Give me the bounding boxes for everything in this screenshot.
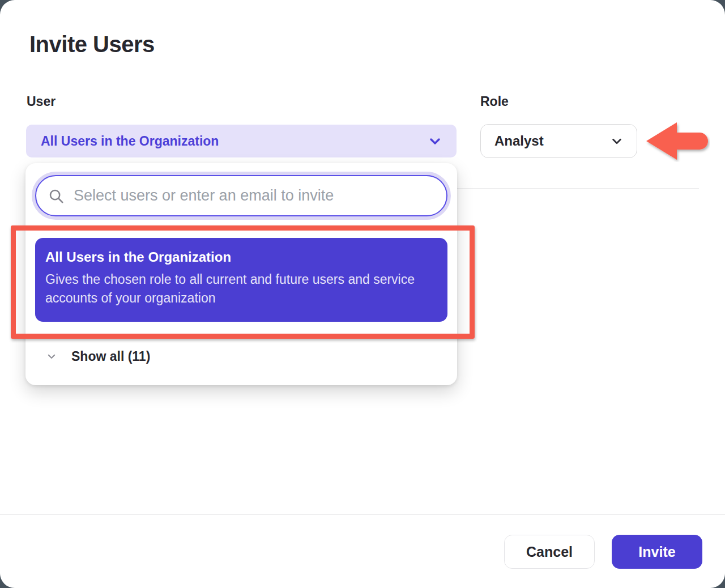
user-field-label: User [27,94,56,109]
footer-divider [0,514,725,515]
page-title: Invite Users [29,32,155,57]
user-select[interactable]: All Users in the Organization [26,125,457,157]
user-search-box [35,175,447,216]
user-dropdown-panel: All Users in the Organization Gives the … [25,163,457,385]
chevron-down-icon [611,135,623,147]
invite-button[interactable]: Invite [612,535,702,569]
chevron-down-icon [428,134,442,148]
search-icon [48,188,65,204]
role-field-label: Role [480,94,509,109]
chevron-down-icon [46,351,57,361]
form-divider [457,188,699,189]
user-search-input[interactable] [74,187,435,204]
cancel-button[interactable]: Cancel [504,535,595,569]
option-description: Gives the chosen role to all current and… [45,270,436,308]
role-select-value: Analyst [494,133,544,149]
option-all-users[interactable]: All Users in the Organization Gives the … [35,238,447,322]
option-title: All Users in the Organization [45,249,437,265]
invite-users-modal: Invite Users User Role All Users in the … [0,0,725,588]
show-all-label: Show all (11) [71,349,150,364]
arrow-left-icon [645,120,710,162]
role-select[interactable]: Analyst [480,124,637,158]
user-select-value: All Users in the Organization [41,134,219,149]
show-all-toggle[interactable]: Show all (11) [25,342,457,370]
